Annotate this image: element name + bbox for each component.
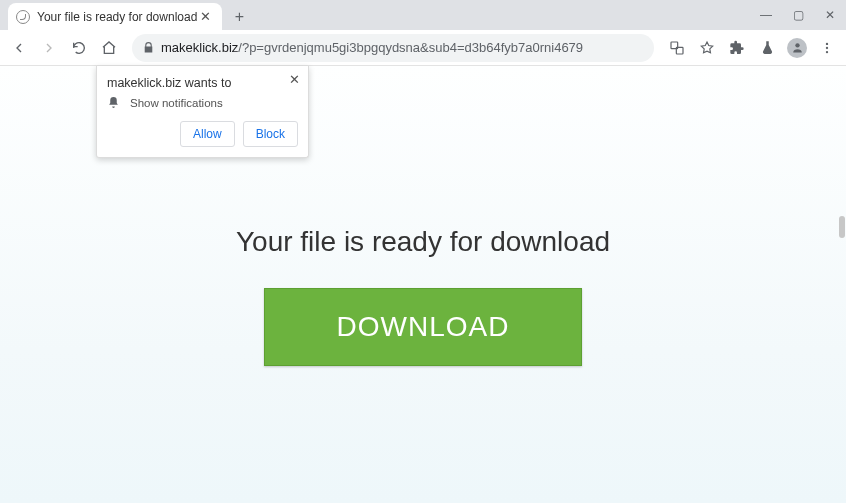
svg-point-3	[826, 42, 828, 44]
translate-icon[interactable]	[664, 35, 690, 61]
tab-close-icon[interactable]: ✕	[197, 9, 214, 24]
block-button[interactable]: Block	[243, 121, 298, 147]
close-icon[interactable]: ✕	[289, 72, 300, 87]
svg-point-4	[826, 46, 828, 48]
notification-prompt: ✕ makeklick.biz wants to Show notificati…	[96, 66, 309, 158]
toolbar: makeklick.biz/?p=gvrdenjqmu5gi3bpgqydsna…	[0, 30, 846, 66]
tab-title: Your file is ready for download	[37, 10, 197, 24]
allow-button[interactable]: Allow	[180, 121, 235, 147]
notification-message: Show notifications	[130, 97, 223, 109]
page-headline: Your file is ready for download	[0, 226, 846, 258]
forward-button[interactable]	[36, 35, 62, 61]
address-bar[interactable]: makeklick.biz/?p=gvrdenjqmu5gi3bpgqydsna…	[132, 34, 654, 62]
download-button[interactable]: DOWNLOAD	[264, 288, 583, 366]
bell-icon	[107, 96, 120, 109]
lock-icon	[142, 41, 155, 54]
window-controls: — ▢ ✕	[750, 0, 846, 30]
back-button[interactable]	[6, 35, 32, 61]
scrollbar-thumb[interactable]	[839, 216, 845, 238]
page-content: ✕ makeklick.biz wants to Show notificati…	[0, 66, 846, 503]
titlebar: Your file is ready for download ✕ + — ▢ …	[0, 0, 846, 30]
minimize-button[interactable]: —	[750, 0, 782, 30]
svg-point-2	[795, 43, 799, 47]
avatar-icon	[787, 38, 807, 58]
new-tab-button[interactable]: +	[226, 4, 252, 30]
extensions-icon[interactable]	[724, 35, 750, 61]
reload-button[interactable]	[66, 35, 92, 61]
window-close-button[interactable]: ✕	[814, 0, 846, 30]
svg-point-5	[826, 50, 828, 52]
url-text: makeklick.biz/?p=gvrdenjqmu5gi3bpgqydsna…	[161, 40, 583, 55]
home-button[interactable]	[96, 35, 122, 61]
star-icon[interactable]	[694, 35, 720, 61]
profile-avatar[interactable]	[784, 35, 810, 61]
browser-tab[interactable]: Your file is ready for download ✕	[8, 3, 222, 30]
maximize-button[interactable]: ▢	[782, 0, 814, 30]
notification-origin: makeklick.biz wants to	[107, 76, 298, 90]
lab-icon[interactable]	[754, 35, 780, 61]
menu-icon[interactable]	[814, 35, 840, 61]
globe-icon	[16, 10, 30, 24]
